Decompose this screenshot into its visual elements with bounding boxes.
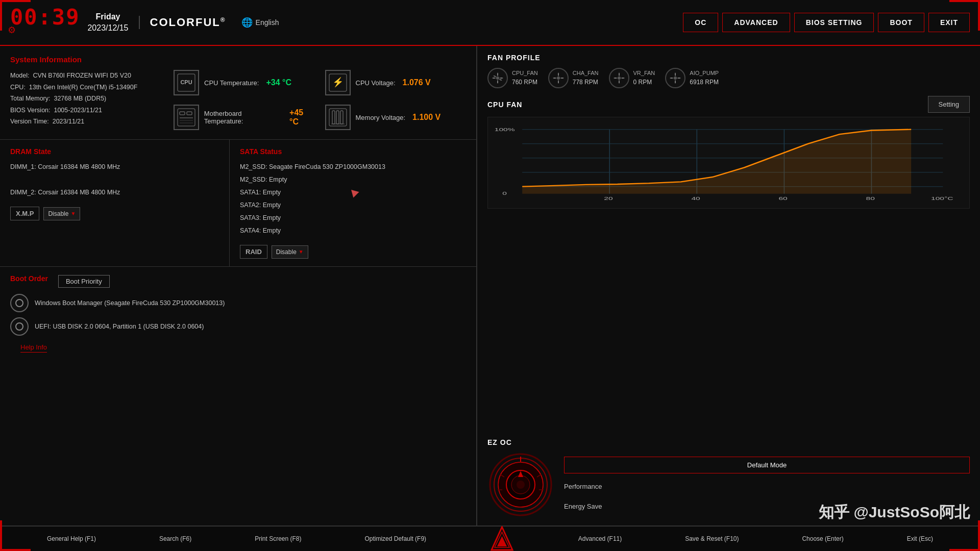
nav-oc-button[interactable]: OC (683, 13, 718, 32)
cpu-row: CPU: 13th Gen Intel(R) Core(TM) i5-13490… (10, 82, 163, 93)
svg-text:20: 20 (604, 195, 612, 201)
raid-row: RAID Disable ▼ (240, 245, 466, 259)
version-row: Version Time: 2023/11/21 (10, 116, 163, 128)
fan-name-0: CPU_FAN (512, 69, 538, 78)
footer-key-0: General Help (F1) (47, 535, 96, 542)
footer-key-2: Print Screen (F8) (255, 535, 301, 542)
fan-profile-title: FAN PROFILE (487, 54, 970, 62)
svg-point-15 (496, 77, 499, 80)
version-label: Version Time: (10, 118, 49, 125)
mem-volt-row: Memory Voltage: 1.100 V (325, 105, 467, 130)
mem-volt-value: 1.100 V (412, 113, 440, 122)
boot-priority-badge: Boot Priority (58, 275, 110, 288)
sata-item-0: M2_SSD: Seagate FireCuda 530 ZP1000GM300… (240, 161, 466, 173)
brand-logo: COLORFUL® (139, 16, 226, 29)
boot-disk-inner-1 (15, 322, 23, 331)
system-info-grid: Model: CVN B760I FROZEN WIFI D5 V20 CPU:… (10, 70, 466, 130)
fan-circle-1 (548, 68, 569, 88)
footer-item-2: Print Screen (F8) (255, 535, 301, 542)
system-info-metrics: CPU CPU Temperature: +34 °C (174, 70, 315, 130)
svg-point-41 (517, 481, 525, 489)
svg-text:CPU: CPU (180, 79, 192, 85)
svg-point-18 (674, 77, 677, 80)
boot-item-text-1: UEFI: USB DISK 2.0 0604, Partition 1 (US… (35, 322, 204, 332)
fan-info-0: CPU_FAN 760 RPM (512, 69, 538, 88)
svg-rect-10 (329, 109, 347, 126)
fan-circle-3 (665, 68, 685, 88)
corner-decoration-br (949, 520, 980, 551)
fan-name-2: VR_FAN (633, 69, 655, 78)
dram-sata-section: DRAM State DIMM_1: Corsair 16384 MB 4800… (0, 140, 476, 267)
boot-title: Boot Order (10, 274, 48, 283)
performance-label[interactable]: Performance (564, 480, 970, 493)
footer-item-5: Advanced (F11) (578, 535, 622, 542)
footer-item-0: General Help (F1) (47, 535, 96, 542)
xmp-select[interactable]: Disable ▼ (43, 207, 80, 220)
globe-icon: 🌐 (241, 17, 253, 28)
cpu-temp-row: CPU CPU Temperature: +34 °C (174, 70, 315, 95)
corner-decoration-bl (0, 520, 31, 551)
svg-point-16 (557, 77, 560, 80)
dram-title: DRAM State (10, 147, 219, 156)
help-info-link[interactable]: Help Info (20, 343, 47, 353)
default-mode-button[interactable]: Default Mode (564, 457, 970, 473)
footer-key-1: Search (F6) (159, 535, 191, 542)
svg-text:60: 60 (778, 195, 787, 201)
fan-info-2: VR_FAN 0 RPM (633, 69, 655, 88)
footer-key-6: Save & Reset (F10) (685, 535, 739, 542)
footer-key-8: Exit (Esc) (907, 535, 933, 542)
footer-key-7: Choose (Enter) (802, 535, 843, 542)
svg-text:40: 40 (691, 195, 700, 201)
cpu-temp-value: +34 °C (266, 78, 291, 87)
fan-profile-section: FAN PROFILE (487, 54, 970, 88)
footer-center-logo (489, 526, 515, 551)
version-value: 2023/11/21 (53, 118, 85, 125)
cpu-value: 13th Gen Intel(R) Core(TM) i5-13490F (29, 84, 138, 91)
right-panel: FAN PROFILE (477, 46, 980, 525)
language-label: English (256, 18, 279, 27)
cpu-volt-row: ⚡ CPU Voltage: 1.076 V (325, 70, 467, 95)
cpu-fan-setting-button[interactable]: Setting (928, 96, 970, 113)
raid-arrow-icon: ▼ (299, 249, 304, 255)
nav-bios-setting-button[interactable]: BIOS SETTING (794, 13, 874, 32)
svg-text:80: 80 (866, 195, 875, 201)
dram-section: DRAM State DIMM_1: Corsair 16384 MB 4800… (0, 140, 230, 266)
sata-info: M2_SSD: Seagate FireCuda 530 ZP1000GM300… (240, 161, 466, 237)
footer-item-6: Save & Reset (F10) (685, 535, 739, 542)
raid-label: RAID (240, 245, 267, 259)
main-content: System Information Model: CVN B760I FROZ… (0, 46, 980, 525)
xmp-value: Disable (48, 210, 68, 217)
fan-name-3: AIO_PUMP (690, 69, 719, 78)
nav-advanced-button[interactable]: ADVANCED (722, 13, 790, 32)
cpu-volt-label: CPU Voltage: (356, 79, 396, 87)
svg-text:100%: 100% (495, 127, 515, 133)
mb-temp-value: +45 °C (289, 108, 314, 127)
boot-disk-icon-0 (10, 294, 29, 312)
help-info-section: Help Info (10, 341, 466, 354)
fan-info-1: CHA_FAN 778 RPM (573, 69, 599, 88)
footer: General Help (F1) Search (F6) Print Scre… (0, 525, 980, 551)
svg-point-17 (618, 77, 621, 80)
memory-row: Total Memory: 32768 MB (DDR5) (10, 93, 163, 105)
sata-title: SATA Status (240, 147, 466, 156)
xmp-label: X.M.P (10, 207, 39, 220)
sata-item-1: M2_SSD: Empty (240, 173, 466, 186)
cpu-fan-header: CPU FAN Setting (487, 96, 970, 113)
corner-decoration-tr (949, 0, 980, 31)
boot-header: Boot Order Boot Priority (10, 274, 466, 288)
boot-item-text-0: Windows Boot Manager (Seagate FireCuda 5… (35, 298, 225, 308)
fan-item-3: AIO_PUMP 6918 RPM (665, 68, 719, 88)
cpu-volt-value: 1.076 V (403, 78, 431, 87)
boot-disk-icon-1 (10, 317, 29, 336)
svg-marker-50 (497, 536, 507, 546)
mb-temp-icon (174, 105, 199, 130)
corner-decoration-tl (0, 0, 31, 31)
footer-item-3: Optimized Default (F9) (364, 535, 426, 542)
raid-select[interactable]: Disable ▼ (272, 245, 308, 259)
nav-boot-button[interactable]: BOOT (878, 13, 924, 32)
memory-label: Total Memory: (10, 95, 51, 102)
bios-row: BIOS Version: 1005-2023/11/21 (10, 105, 163, 116)
system-info-voltages: ⚡ CPU Voltage: 1.076 V (325, 70, 467, 130)
cpu-temp-icon: CPU (174, 70, 199, 95)
xmp-row: X.M.P Disable ▼ (10, 207, 219, 220)
